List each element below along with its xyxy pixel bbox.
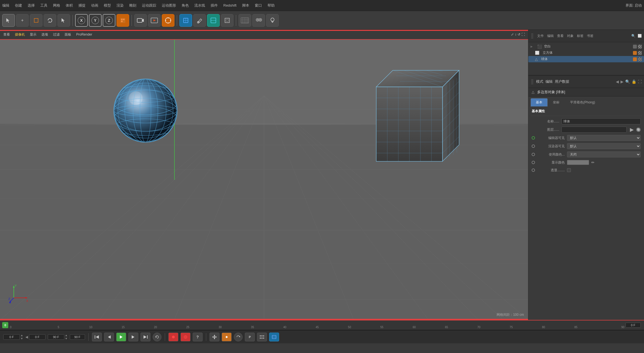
viewport-menu-options[interactable]: 选项	[41, 32, 48, 37]
obj-manager-expand-icon[interactable]: ⬜	[638, 34, 642, 38]
props-prev-icon[interactable]: ◀	[616, 79, 619, 84]
obj-tab-view[interactable]: 查看	[557, 34, 564, 38]
obj-tab-bookmarks[interactable]: 书签	[587, 34, 593, 38]
tool-object-mode[interactable]	[116, 14, 129, 27]
menu-create[interactable]: 创建	[15, 3, 22, 8]
object-item-null[interactable]: ▶ ⬛ 空白	[528, 43, 644, 50]
tool-polygon-mode[interactable]	[207, 14, 220, 27]
viewport-menu-camera[interactable]: 摄像机	[15, 32, 25, 37]
tool-axis-y[interactable]: Y	[89, 14, 102, 27]
tool-light[interactable]	[266, 14, 279, 27]
props-select-render-vis[interactable]: 默认 开启 关闭	[567, 143, 641, 149]
props-layer-icon[interactable]: 🔘	[636, 127, 641, 132]
menu-select[interactable]: 选择	[28, 3, 35, 8]
menu-scripts[interactable]: 脚本	[242, 3, 249, 8]
viewport-icon-expand[interactable]: ⛶	[521, 33, 525, 36]
props-tab-phong[interactable]: 平滑着色(Phong)	[565, 98, 600, 107]
props-next-icon[interactable]: ▶	[621, 79, 624, 84]
menu-mesh[interactable]: 网格	[53, 3, 60, 8]
viewport-icon-arrows[interactable]: ⤢	[511, 33, 514, 36]
props-color-swatch[interactable]	[567, 160, 589, 165]
viewport-menu-panel[interactable]: 面板	[65, 32, 71, 37]
props-checkbox-transparency[interactable]	[567, 168, 571, 172]
props-pencil-icon[interactable]: ✏	[591, 160, 595, 165]
help-button[interactable]: ?	[193, 333, 203, 341]
menu-render[interactable]: 渲染	[116, 3, 124, 8]
tool-eyes[interactable]	[252, 14, 265, 27]
tool-camera[interactable]	[134, 14, 147, 27]
props-select-use-color[interactable]: 关闭 开启 自动	[567, 151, 641, 157]
tool-select[interactable]	[2, 14, 15, 27]
tool-rotate[interactable]	[44, 14, 56, 27]
menu-animate[interactable]: 动画	[91, 3, 98, 8]
end-frame-down[interactable]: ▼	[65, 337, 68, 340]
end-frame-up[interactable]: ▲	[65, 334, 68, 337]
prev-frame-button[interactable]	[104, 333, 114, 341]
tool-render-settings[interactable]	[162, 14, 174, 27]
props-expand-icon[interactable]: ⛶	[638, 79, 642, 84]
viewport-menu-view[interactable]: 查看	[3, 32, 10, 37]
menu-plugins[interactable]: 插件	[211, 3, 218, 8]
obj-tab-tags[interactable]: 标签	[577, 34, 584, 38]
tool-scale[interactable]	[30, 14, 43, 27]
menu-sculpt[interactable]: 雕刻	[129, 3, 136, 8]
menu-model[interactable]: 模型	[104, 3, 111, 8]
menu-redshift[interactable]: Redshift	[223, 3, 237, 7]
timeline-mode-button[interactable]	[269, 333, 279, 341]
loop-button[interactable]	[153, 333, 161, 341]
menu-snap[interactable]: 捕捉	[78, 3, 86, 8]
menu-tools[interactable]: 工具	[40, 3, 47, 8]
menu-character[interactable]: 角色	[182, 3, 189, 8]
viewport-menu-display[interactable]: 显示	[30, 32, 36, 37]
remaining-frame-input[interactable]	[70, 334, 85, 340]
timeline-rotate-tool[interactable]	[234, 333, 243, 341]
timeline-keyframe-tool[interactable]	[222, 333, 232, 341]
tool-select2[interactable]	[57, 14, 70, 27]
menu-volume[interactable]: 体积	[66, 3, 73, 8]
viewport-area[interactable]: 查看 摄像机 显示 选项 过滤 面板 ProRender ⤢ ↕ ↺ ⛶	[0, 30, 528, 320]
props-input-layer[interactable]	[561, 127, 627, 133]
tool-axis-x[interactable]: X	[75, 14, 88, 27]
search-icon[interactable]: 🔍	[631, 34, 635, 38]
tool-paint[interactable]	[193, 14, 206, 27]
viewport-menu-filter[interactable]: 过滤	[53, 32, 60, 37]
frame-down-arrow[interactable]: ▼	[20, 337, 23, 340]
preview-start-input[interactable]	[29, 334, 46, 340]
object-item-sphere[interactable]: △ 球体	[528, 56, 644, 62]
play-button[interactable]	[116, 333, 126, 341]
timeline-end-frame-input[interactable]	[626, 323, 641, 328]
viewport-menu-prorender[interactable]: ProRender	[76, 33, 92, 36]
props-tab-mode[interactable]: 模式	[536, 79, 543, 84]
timeline-move-tool[interactable]	[210, 333, 219, 341]
preview-end-input[interactable]	[48, 334, 64, 340]
obj-tab-edit[interactable]: 编辑	[547, 34, 554, 38]
props-search-icon[interactable]: 🔍	[625, 79, 630, 84]
obj-tab-object[interactable]: 对象	[567, 34, 574, 38]
frame-up-arrow[interactable]: ▲	[20, 334, 23, 337]
tool-uv[interactable]	[221, 14, 234, 27]
viewport-icon-refresh[interactable]: ↺	[518, 33, 520, 36]
auto-record-button[interactable]	[181, 333, 190, 341]
props-select-editor-vis[interactable]: 默认 开启 关闭	[567, 135, 641, 141]
tool-model-mode[interactable]	[179, 14, 192, 27]
tool-axis-z[interactable]: Z	[103, 14, 115, 27]
props-tab-basic[interactable]: 基本	[531, 98, 548, 107]
viewport-icon-up[interactable]: ↕	[515, 33, 516, 36]
tool-display1[interactable]	[238, 14, 251, 27]
props-tab-edit[interactable]: 编辑	[545, 79, 553, 84]
props-tab-userdata[interactable]: 用户数据	[555, 79, 569, 84]
menu-mograph[interactable]: 运动图形	[162, 3, 176, 8]
next-frame-button[interactable]	[128, 333, 138, 341]
props-input-name[interactable]	[561, 118, 641, 124]
tool-move[interactable]: +	[16, 14, 29, 27]
props-lock-icon[interactable]: 🔒	[632, 79, 636, 84]
goto-start-button[interactable]	[92, 333, 102, 341]
menu-help[interactable]: 帮助	[267, 3, 275, 8]
menu-pipeline[interactable]: 流水线	[194, 3, 205, 8]
menu-edit[interactable]: 编辑	[2, 3, 9, 8]
props-layer-arrow[interactable]: ▶	[630, 127, 634, 133]
menu-window[interactable]: 窗口	[255, 3, 262, 8]
timeline-dots[interactable]	[257, 333, 267, 341]
props-tab-coord[interactable]: 坐标	[548, 98, 565, 107]
obj-tab-file[interactable]: 文件	[537, 34, 544, 38]
